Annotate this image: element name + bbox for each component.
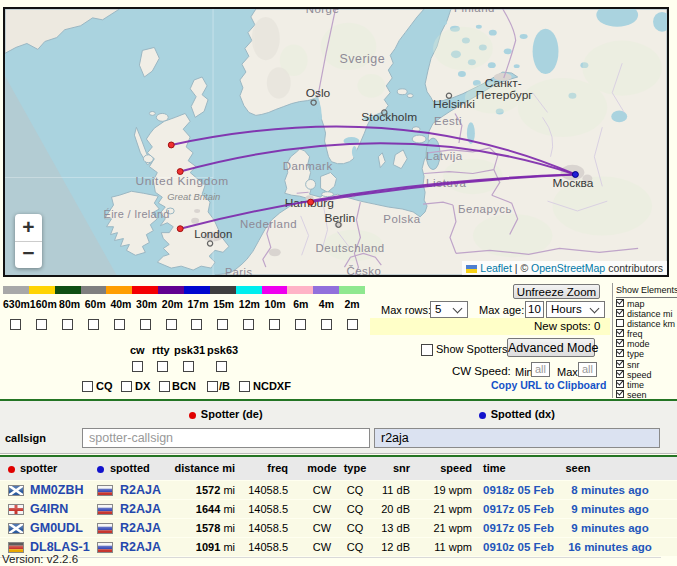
svg-text:Stockholm: Stockholm xyxy=(361,110,417,124)
svg-text:Great Britain: Great Britain xyxy=(167,191,220,202)
svg-text:Norge: Norge xyxy=(306,9,340,15)
svg-text:Deutschland: Deutschland xyxy=(316,242,385,254)
svg-text:Eesti: Eesti xyxy=(434,115,462,127)
svg-text:Éire / Ireland: Éire / Ireland xyxy=(104,208,170,220)
svg-text:Polska: Polska xyxy=(383,213,420,225)
svg-text:Danmark: Danmark xyxy=(283,160,333,172)
svg-text:Беларусь: Беларусь xyxy=(458,203,512,215)
svg-text:Sverige: Sverige xyxy=(339,52,385,66)
svg-text:United Kingdom: United Kingdom xyxy=(135,174,228,188)
svg-text:Nederland: Nederland xyxy=(240,218,297,230)
svg-text:London: London xyxy=(194,228,232,240)
svg-text:Finland: Finland xyxy=(454,9,495,14)
svg-text:Česko: Česko xyxy=(346,265,381,275)
svg-text:Петербург: Петербург xyxy=(476,88,533,102)
svg-text:Latvija: Latvija xyxy=(426,150,463,162)
svg-text:Oslo: Oslo xyxy=(306,86,331,100)
svg-text:Helsinki: Helsinki xyxy=(433,97,475,111)
svg-text:Москва: Москва xyxy=(553,176,594,190)
svg-text:Paris: Paris xyxy=(225,266,252,275)
